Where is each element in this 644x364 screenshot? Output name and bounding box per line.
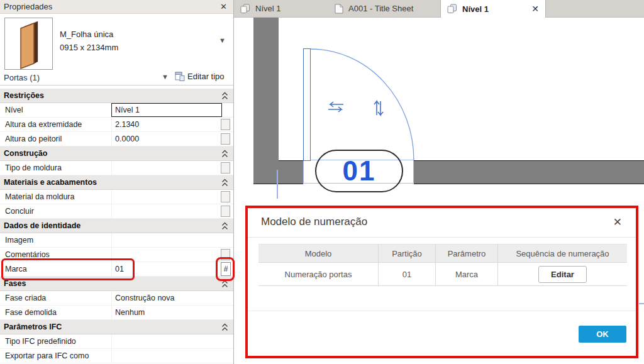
property-label: Concluir xyxy=(5,207,34,216)
section-label: Restrições xyxy=(4,91,44,100)
property-row: Imagem xyxy=(0,233,233,248)
dialog-footer-divider xyxy=(248,311,636,311)
property-browse-button[interactable] xyxy=(221,162,230,174)
cell-sequencia: Editar xyxy=(498,263,627,286)
door-tag[interactable]: 01 xyxy=(315,150,403,192)
cell-parametro: Marca xyxy=(436,263,498,286)
property-value[interactable]: Construção nova xyxy=(111,291,222,305)
flip-horizontal-icon xyxy=(328,102,343,112)
property-label: Marca xyxy=(5,265,27,273)
numbering-hash-button[interactable]: # xyxy=(221,262,231,276)
view-tab-bar: Nível 1 A001 - Title Sheet Nível 1 ✕ xyxy=(234,0,644,18)
filter-chevron-down-icon[interactable]: ▼ xyxy=(162,73,169,80)
property-label: Tipo IFC predefinido xyxy=(5,337,76,346)
property-value[interactable]: Nenhum xyxy=(111,306,222,319)
collapse-chevrons-icon[interactable] xyxy=(221,150,228,160)
property-row: Tipo de moldura xyxy=(0,161,233,175)
property-row: Tipo IFC predefinido xyxy=(0,334,233,349)
door-swing-arc xyxy=(311,49,414,160)
property-row: Concluir xyxy=(0,204,233,219)
tab-nivel-1-active[interactable]: Nível 1 ✕ xyxy=(440,0,546,18)
section-header-row[interactable]: Materiais e acabamentos xyxy=(0,175,233,190)
flip-vertical-icon xyxy=(374,101,383,115)
type-family: M_Folha única xyxy=(60,28,118,41)
dialog-title-divider xyxy=(248,237,636,238)
property-browse-button[interactable] xyxy=(221,119,230,130)
door-3d-icon xyxy=(5,18,52,69)
property-row: Fase demolidaNenhum xyxy=(0,306,233,320)
tab-label: Nível 1 xyxy=(255,4,280,13)
property-value[interactable] xyxy=(111,248,222,262)
type-size: 0915 x 2134mm xyxy=(60,41,118,54)
property-label: Altura da extremidade xyxy=(5,120,82,129)
plan-view-icon xyxy=(240,4,250,14)
collapse-chevrons-icon[interactable] xyxy=(221,280,228,290)
numbering-dialog: Modelo de numeração ✕ Modelo Partição Pa… xyxy=(245,206,638,358)
property-browse-button[interactable] xyxy=(221,206,230,217)
section-header-row[interactable]: Restrições xyxy=(0,89,233,103)
edit-type-button[interactable]: Editar tipo xyxy=(175,72,225,81)
section-header-row[interactable]: Construção xyxy=(0,146,233,161)
tab-close-icon[interactable]: ✕ xyxy=(531,4,539,14)
property-value[interactable] xyxy=(111,161,222,175)
property-row: Altura da extremidade2.1340 xyxy=(0,118,233,132)
cell-particao: 01 xyxy=(379,263,436,286)
wall-vertical[interactable] xyxy=(253,18,279,184)
dialog-close-icon[interactable]: ✕ xyxy=(613,216,622,229)
property-value[interactable]: 2.1340 xyxy=(111,118,222,131)
column-header-sequencia: Sequência de numeração xyxy=(498,244,627,263)
section-label: Construção xyxy=(4,149,47,158)
property-browse-button[interactable] xyxy=(221,133,230,145)
dialog-title: Modelo de numeração xyxy=(261,216,367,228)
property-row: Comentários xyxy=(0,248,233,262)
property-label: Nível xyxy=(5,106,23,114)
collapse-chevrons-icon[interactable] xyxy=(221,179,228,189)
property-label: Tipo de moldura xyxy=(5,163,62,172)
property-label: Imagem xyxy=(5,236,33,245)
ok-button[interactable]: OK xyxy=(579,326,626,343)
type-selector[interactable]: M_Folha única 0915 x 2134mm ▼ xyxy=(0,14,233,70)
section-header-row[interactable]: Fases xyxy=(0,277,233,291)
door-type-thumbnail xyxy=(4,18,53,70)
property-row: Altura do peitoril0.0000 xyxy=(0,132,233,146)
door-panel[interactable] xyxy=(303,48,311,161)
edit-button[interactable]: Editar xyxy=(538,266,587,283)
property-label: Exportar para IFC como xyxy=(5,351,89,360)
property-row: NívelNível 1 xyxy=(0,103,233,118)
close-icon[interactable]: ✕ xyxy=(220,2,227,11)
property-value[interactable]: 0.0000 xyxy=(111,132,222,146)
section-header-row[interactable]: Dados de identidade xyxy=(0,219,233,233)
cell-modelo: Numeração portas xyxy=(258,263,379,286)
property-browse-button[interactable] xyxy=(221,249,230,260)
wall-horizontal-right[interactable] xyxy=(414,160,644,184)
section-label: Fases xyxy=(4,279,26,288)
property-value[interactable] xyxy=(111,204,222,218)
section-label: Dados de identidade xyxy=(4,221,80,230)
type-dropdown-icon[interactable]: ▼ xyxy=(219,36,226,44)
edit-type-label: Editar tipo xyxy=(187,72,225,81)
section-header-row[interactable]: Parâmetros IFC xyxy=(0,320,233,334)
property-browse-button[interactable] xyxy=(221,191,230,202)
property-value[interactable] xyxy=(111,190,222,204)
properties-panel-title: Propriedades xyxy=(4,2,52,11)
collapse-chevrons-icon[interactable] xyxy=(221,222,228,232)
table-row: Numeração portas 01 Marca Editar xyxy=(258,263,627,286)
type-name: M_Folha única 0915 x 2134mm xyxy=(60,28,118,54)
column-header-modelo: Modelo xyxy=(258,244,379,263)
numbering-table: Modelo Partição Parâmetro Sequência de n… xyxy=(258,244,627,286)
property-value[interactable] xyxy=(111,233,222,247)
property-row: Material da moldura xyxy=(0,190,233,204)
element-filter-label[interactable]: Portas (1) xyxy=(4,73,40,82)
collapse-chevrons-icon[interactable] xyxy=(221,92,228,102)
collapse-chevrons-icon[interactable] xyxy=(221,323,228,333)
section-label: Parâmetros IFC xyxy=(4,323,62,331)
property-value[interactable] xyxy=(111,334,222,348)
properties-panel: Propriedades ✕ M_Folha única 0915 x 2134… xyxy=(0,0,234,364)
property-label: Altura do peitoril xyxy=(5,135,62,143)
wall-horizontal-left[interactable] xyxy=(279,160,303,184)
property-value[interactable]: 01 xyxy=(111,262,222,276)
tab-a001-title-sheet[interactable]: A001 - Title Sheet xyxy=(328,0,440,17)
tab-nivel-1[interactable]: Nível 1 xyxy=(234,0,328,17)
property-value[interactable]: Nível 1 xyxy=(111,103,222,117)
property-value[interactable] xyxy=(111,349,222,363)
